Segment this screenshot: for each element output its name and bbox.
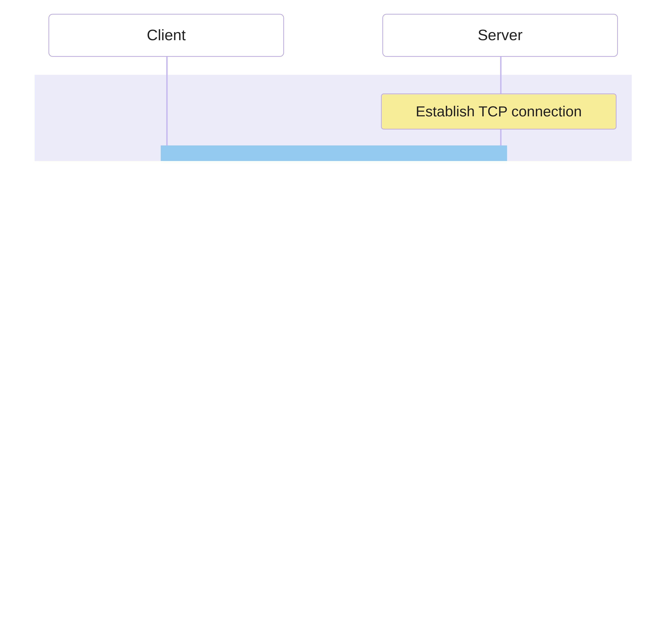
stream-box-0 <box>161 145 507 161</box>
note-establish-tcp: Establish TCP connection <box>381 94 616 130</box>
participant-client-top: Client <box>49 14 284 57</box>
participant-server-top: Server <box>382 14 618 57</box>
sequence-diagram: Establish TCP connectionClose connection… <box>0 0 665 161</box>
